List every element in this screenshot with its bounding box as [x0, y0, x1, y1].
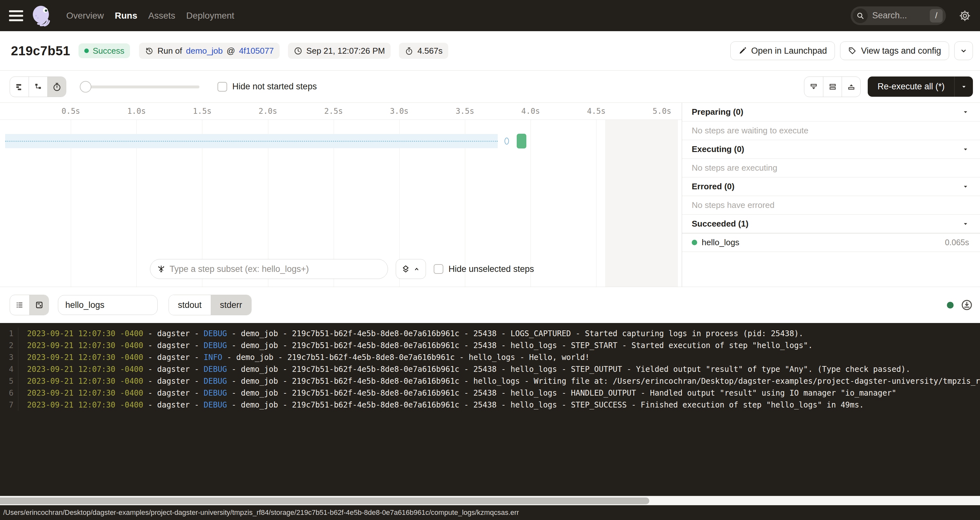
clock-icon: [294, 47, 302, 55]
log-line-number: 4: [0, 363, 18, 375]
job-link[interactable]: demo_job: [186, 46, 223, 56]
panel-empty-errored: No steps have errored: [682, 196, 980, 215]
section-chevron-icon[interactable]: [962, 109, 969, 116]
pane-collapse-bottom-button[interactable]: [804, 77, 823, 97]
tab-stderr[interactable]: stderr: [211, 295, 251, 315]
dagster-run-page: Overview Runs Assets Deployment /: [0, 0, 980, 520]
status-badge: Success: [78, 43, 130, 58]
log-file-path: /Users/erincochran/Desktop/dagster-examp…: [3, 509, 519, 517]
panel-section-preparing[interactable]: Preparing (0): [682, 103, 980, 122]
log-row: 72023-09-21 12:07:30 -0400 - dagster - D…: [0, 399, 980, 411]
log-line-number: 2: [0, 339, 18, 351]
axis-tick-label: 1.0s: [127, 107, 146, 116]
log-stream-tabs: stdout stderr: [169, 295, 251, 315]
structured-log-view-button[interactable]: [10, 295, 29, 315]
pane-expand-top-button[interactable]: [842, 77, 860, 97]
stopwatch-icon: [405, 47, 414, 55]
settings-gear-icon[interactable]: [959, 10, 971, 22]
log-line-text: 2023-09-21 12:07:30 -0400 - dagster - DE…: [18, 377, 980, 386]
log-toolbar: stdout stderr: [0, 287, 980, 323]
gantt-view-mode-group: [10, 76, 66, 97]
step-duration: 0.065s: [945, 238, 969, 247]
hamburger-menu-icon[interactable]: [9, 10, 23, 21]
layers-icon: [401, 265, 410, 274]
step-subset-field[interactable]: [170, 264, 381, 274]
section-chevron-icon[interactable]: [962, 220, 969, 228]
panel-empty-preparing: No steps are waiting to execute: [682, 122, 980, 140]
succeeded-step-row[interactable]: hello_logs 0.065s: [682, 233, 980, 252]
step-bar-hello-logs[interactable]: [517, 134, 527, 149]
gantt-chart: Hide unselected steps: [0, 120, 682, 287]
status-dot-icon: [84, 49, 89, 53]
main-nav: Overview Runs Assets Deployment: [66, 11, 234, 21]
hide-unselected-checkbox[interactable]: [434, 264, 443, 274]
step-name: hello_logs: [702, 238, 739, 247]
log-line-text: 2023-09-21 12:07:30 -0400 - dagster - DE…: [18, 365, 910, 374]
nav-item-assets[interactable]: Assets: [148, 11, 175, 21]
gantt-axis: 0.5s1.0s1.5s2.0s2.5s3.0s3.5s4.0s4.5s5.0s: [0, 103, 682, 120]
reexecute-caret-button[interactable]: [954, 76, 973, 97]
hide-not-started-checkbox[interactable]: [218, 82, 227, 92]
tab-stdout[interactable]: stdout: [169, 295, 211, 315]
axis-tick-label: 4.5s: [587, 107, 606, 116]
log-row: 52023-09-21 12:07:30 -0400 - dagster - D…: [0, 375, 980, 387]
nav-item-overview[interactable]: Overview: [66, 11, 104, 21]
zoom-slider-track[interactable]: [80, 86, 199, 89]
hide-unselected-checkbox-row[interactable]: Hide unselected steps: [434, 264, 534, 274]
log-row: 22023-09-21 12:07:30 -0400 - dagster - D…: [0, 339, 980, 351]
pane-split-button[interactable]: [823, 77, 842, 97]
axis-tick-label: 5.0s: [653, 107, 671, 116]
graph-query-toggle-button[interactable]: [396, 259, 426, 279]
axis-tick-label: 3.0s: [390, 107, 409, 116]
nav-item-runs[interactable]: Runs: [115, 11, 137, 21]
raw-log-view-button[interactable]: [29, 295, 49, 315]
log-row: 42023-09-21 12:07:30 -0400 - dagster - D…: [0, 363, 980, 375]
view-timing-button[interactable]: [47, 77, 66, 97]
horizontal-scrollbar-thumb[interactable]: [0, 498, 649, 504]
log-row: 62023-09-21 12:07:30 -0400 - dagster - D…: [0, 387, 980, 399]
reexecute-all-button[interactable]: Re-execute all (*): [868, 76, 973, 97]
log-line-number: 3: [0, 351, 18, 363]
open-in-launchpad-button[interactable]: Open in Launchpad: [730, 41, 835, 60]
chevron-up-icon: [413, 265, 420, 273]
view-flat-button[interactable]: [10, 77, 29, 97]
log-line-text: 2023-09-21 12:07:30 -0400 - dagster - DE…: [18, 341, 813, 350]
log-line-text: 2023-09-21 12:07:30 -0400 - dagster - DE…: [18, 329, 803, 338]
log-line-number: 5: [0, 375, 18, 387]
step-subset-row: Hide unselected steps: [150, 259, 534, 279]
panel-section-executing[interactable]: Executing (0): [682, 140, 980, 159]
zoom-slider-handle[interactable]: [80, 81, 91, 93]
step-subset-input[interactable]: [150, 259, 388, 279]
view-tags-config-button[interactable]: View tags and config: [840, 41, 949, 60]
zoom-slider[interactable]: [80, 81, 199, 93]
gantt-section: 0.5s1.0s1.5s2.0s2.5s3.0s3.5s4.0s4.5s5.0s: [0, 103, 682, 287]
panel-section-succeeded[interactable]: Succeeded (1): [682, 215, 980, 233]
run-actions-chevron-button[interactable]: [954, 41, 973, 60]
run-end-shade: [605, 120, 678, 287]
panel-section-errored[interactable]: Errored (0): [682, 178, 980, 196]
log-line-number: 7: [0, 399, 18, 411]
download-log-icon[interactable]: [961, 299, 973, 311]
log-filter-input[interactable]: [58, 295, 158, 315]
nav-item-deployment[interactable]: Deployment: [186, 11, 234, 21]
log-view-mode-group: [10, 295, 49, 315]
axis-tick-label: 2.5s: [324, 107, 343, 116]
log-line-number: 6: [0, 387, 18, 399]
dagster-logo-icon[interactable]: [32, 5, 52, 26]
search-input[interactable]: /: [851, 6, 946, 25]
axis-tick-label: 3.5s: [456, 107, 474, 116]
hide-not-started-checkbox-row[interactable]: Hide not started steps: [218, 82, 317, 92]
commit-link[interactable]: 4f105077: [239, 46, 274, 56]
search-field[interactable]: [868, 11, 930, 21]
section-chevron-icon[interactable]: [962, 146, 969, 153]
log-filter-field[interactable]: [65, 300, 150, 310]
view-waterfall-button[interactable]: [29, 77, 47, 97]
search-shortcut-badge: /: [930, 9, 943, 22]
log-line-text: 2023-09-21 12:07:30 -0400 - dagster - DE…: [18, 400, 864, 409]
log-lines: 12023-09-21 12:07:30 -0400 - dagster - D…: [0, 323, 980, 496]
log-capture-status-dot: [947, 302, 954, 309]
axis-tick-label: 0.5s: [62, 107, 80, 116]
horizontal-scrollbar[interactable]: [0, 496, 980, 505]
section-chevron-icon[interactable]: [962, 183, 969, 190]
op-selector-icon: [157, 265, 166, 274]
